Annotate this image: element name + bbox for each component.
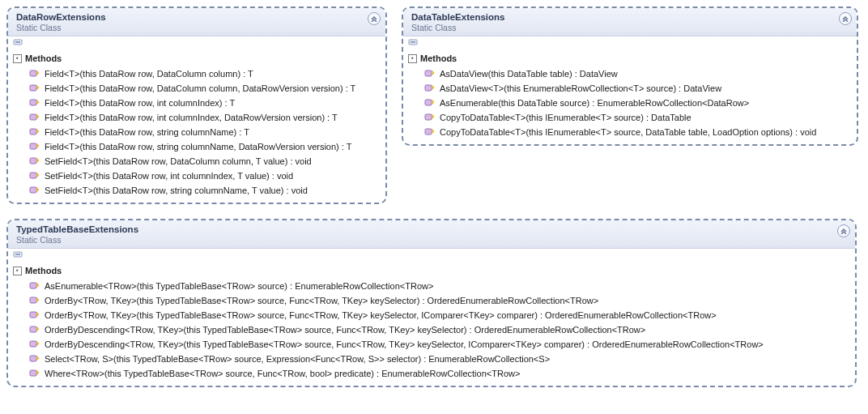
method-row[interactable]: Where<TRow>(this TypedTableBase<TRow> so… [8,366,855,381]
class-title: DataTableExtensions [411,12,850,22]
extension-method-icon [29,280,40,292]
method-row[interactable]: AsEnumerable<TRow>(this TypedTableBase<T… [8,279,855,293]
method-signature: OrderByDescending<TRow, TKey>(this Typed… [45,339,764,349]
class-box-datatableextensions[interactable]: DataTableExtensions Static Class ▪ Metho… [402,6,858,146]
extension-method-icon [29,97,40,109]
collapse-icon[interactable] [368,12,381,25]
method-row[interactable]: SetField<T>(this DataRow row, DataColumn… [8,154,385,169]
class-glyph [8,249,855,261]
extension-method-icon [29,156,40,168]
extension-method-icon [29,324,40,336]
class-title: DataRowExtensions [16,12,379,22]
svg-rect-23 [30,327,36,332]
svg-rect-20 [30,283,36,288]
section-header-methods[interactable]: ▪ Methods [8,261,855,279]
svg-rect-6 [30,129,36,134]
class-header[interactable]: DataRowExtensions Static Class [8,8,385,36]
extension-method-icon [29,112,40,124]
class-box-datarowextensions[interactable]: DataRowExtensions Static Class ▪ Methods… [6,6,387,204]
method-row[interactable]: AsEnumerable(this DataTable source) : En… [403,96,857,110]
svg-rect-19 [15,254,20,255]
class-glyph [403,36,857,49]
extension-method-icon [29,83,40,95]
svg-rect-2 [30,70,36,76]
method-row[interactable]: AsDataView(this DataTable table) : DataV… [403,66,857,81]
section-toggle-icon[interactable]: ▪ [408,54,417,63]
extension-method-icon [424,126,435,139]
method-signature: AsEnumerable(this DataTable source) : En… [440,98,749,108]
method-signature: AsDataView<T>(this EnumerableRowCollecti… [440,83,721,93]
method-row[interactable]: SetField<T>(this DataRow row, string col… [8,183,385,198]
method-row[interactable]: Field<T>(this DataRow row, string column… [8,125,385,139]
method-signature: Select<TRow, S>(this TypedTableBase<TRow… [45,354,550,364]
svg-rect-5 [30,114,36,120]
method-row[interactable]: OrderByDescending<TRow, TKey>(this Typed… [8,337,855,352]
svg-rect-15 [425,100,432,105]
method-signature: Field<T>(this DataRow row, string column… [45,127,249,137]
section-toggle-icon[interactable]: ▪ [13,54,22,63]
class-stereotype: Static Class [411,23,850,32]
section-label: Methods [420,53,457,63]
method-row[interactable]: OrderBy<TRow, TKey>(this TypedTableBase<… [8,293,855,308]
section-header-methods[interactable]: ▪ Methods [403,49,857,66]
extension-method-icon [424,97,435,109]
svg-rect-8 [30,158,36,164]
section-toggle-icon[interactable]: ▪ [13,267,22,275]
method-signature: OrderBy<TRow, TKey>(this TypedTableBase<… [45,296,598,305]
class-title: TypedTableBaseExtensions [16,224,849,234]
class-stereotype: Static Class [16,235,849,245]
extension-method-icon [29,170,40,182]
extension-method-icon [424,112,435,124]
method-row[interactable]: Field<T>(this DataRow row, string column… [8,139,385,154]
collapse-icon[interactable] [837,224,850,237]
svg-rect-1 [15,41,20,43]
section-label: Methods [25,53,62,63]
method-row[interactable]: CopyToDataTable<T>(this IEnumerable<T> s… [403,110,857,125]
method-row[interactable]: CopyToDataTable<T>(this IEnumerable<T> s… [403,125,857,139]
svg-rect-16 [425,114,432,120]
method-row[interactable]: OrderByDescending<TRow, TKey>(this Typed… [8,322,855,337]
method-row[interactable]: AsDataView<T>(this EnumerableRowCollecti… [403,81,857,96]
method-signature: AsEnumerable<TRow>(this TypedTableBase<T… [45,281,433,291]
extension-method-icon [29,141,40,153]
class-stereotype: Static Class [16,23,379,32]
method-row[interactable]: Field<T>(this DataRow row, int columnInd… [8,96,385,110]
method-signature: Field<T>(this DataRow row, int columnInd… [45,98,235,108]
svg-rect-17 [425,129,432,134]
method-row[interactable]: Select<TRow, S>(this TypedTableBase<TRow… [8,352,855,366]
svg-rect-3 [30,85,36,91]
section-label: Methods [25,266,62,275]
svg-rect-22 [30,312,36,318]
method-signature: CopyToDataTable<T>(this IEnumerable<T> s… [440,127,816,137]
class-header[interactable]: DataTableExtensions Static Class [403,8,857,36]
extension-method-icon [29,368,40,380]
extension-method-icon [29,126,40,139]
extension-method-icon [29,68,40,80]
svg-rect-26 [30,370,36,376]
extension-method-icon [424,83,435,95]
method-row[interactable]: Field<T>(this DataRow row, int columnInd… [8,110,385,125]
extension-method-icon [29,353,40,365]
svg-rect-12 [411,41,415,43]
collapse-icon[interactable] [839,12,852,25]
svg-rect-13 [425,70,432,76]
method-list: AsDataView(this DataTable table) : DataV… [403,66,857,139]
method-signature: OrderBy<TRow, TKey>(this TypedTableBase<… [45,310,717,320]
class-box-typedtablebaseextensions[interactable]: TypedTableBaseExtensions Static Class ▪ … [6,219,857,387]
method-signature: Field<T>(this DataRow row, string column… [45,142,351,152]
method-signature: Field<T>(this DataRow row, DataColumn co… [45,83,355,93]
class-header[interactable]: TypedTableBaseExtensions Static Class [8,220,855,249]
svg-rect-25 [30,356,36,361]
svg-rect-14 [425,85,432,91]
method-row[interactable]: SetField<T>(this DataRow row, int column… [8,169,385,183]
method-row[interactable]: OrderBy<TRow, TKey>(this TypedTableBase<… [8,308,855,322]
method-signature: CopyToDataTable<T>(this IEnumerable<T> s… [440,113,691,122]
section-header-methods[interactable]: ▪ Methods [8,49,385,66]
extension-method-icon [29,309,40,322]
method-signature: Field<T>(this DataRow row, int columnInd… [45,113,338,122]
extension-method-icon [424,68,435,80]
method-row[interactable]: Field<T>(this DataRow row, DataColumn co… [8,66,385,81]
method-row[interactable]: Field<T>(this DataRow row, DataColumn co… [8,81,385,96]
method-list: AsEnumerable<TRow>(this TypedTableBase<T… [8,279,855,381]
method-signature: OrderByDescending<TRow, TKey>(this Typed… [45,325,645,335]
